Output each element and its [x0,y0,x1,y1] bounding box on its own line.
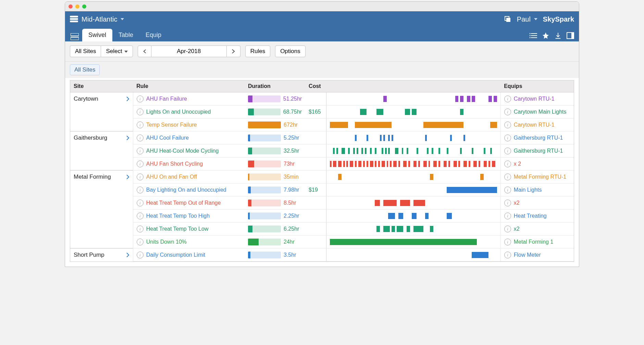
equip-cell[interactable]: i Flow Meter [504,252,570,258]
info-icon[interactable]: i [504,174,511,180]
duplicate-icon[interactable] [504,15,511,23]
info-icon[interactable]: i [137,187,144,193]
info-icon[interactable]: i [504,252,511,258]
download-icon[interactable] [554,32,562,39]
maximize-window-icon[interactable] [82,4,86,9]
site-cell[interactable]: Gaithersburg [74,135,129,141]
info-icon[interactable]: i [504,122,511,128]
col-header-duration[interactable]: Duration [245,80,305,92]
timeline[interactable] [330,147,497,155]
info-icon[interactable]: i [137,226,144,232]
timeline[interactable] [330,134,497,142]
equip-cell[interactable]: i Metal Forming 1 [504,239,570,245]
duration-text: 68.75hr [283,109,302,115]
info-icon[interactable]: i [504,213,511,219]
equip-cell[interactable]: i Gaithersburg RTU-1 [504,135,570,141]
info-icon[interactable]: i [137,174,144,180]
info-icon[interactable]: i [504,200,511,206]
rule-cell[interactable]: i Heat Treat Temp Out of Range [137,200,241,206]
timeline-segment [343,148,345,154]
info-icon[interactable]: i [504,226,511,232]
rule-cell[interactable]: i Daily Consumption Limit [137,252,241,258]
col-header-cost[interactable]: Cost [305,80,500,92]
minimize-window-icon[interactable] [75,4,79,9]
date-prev-button[interactable] [138,46,151,57]
equip-cell[interactable]: i x2 [504,226,570,232]
info-icon[interactable]: i [137,252,144,258]
timeline[interactable] [330,212,497,220]
info-icon[interactable]: i [137,122,144,128]
info-icon[interactable]: i [504,135,511,141]
select-button[interactable]: Select [101,46,133,57]
info-icon[interactable]: i [137,200,144,206]
equip-cell[interactable]: i Main Lights [504,187,570,193]
equip-cell[interactable]: i Heat Treating [504,213,570,219]
info-icon[interactable]: i [504,187,511,193]
close-window-icon[interactable] [69,4,73,9]
info-icon[interactable]: i [137,95,144,102]
info-icon[interactable]: i [504,95,511,102]
timeline[interactable] [330,251,497,259]
user-menu[interactable]: Paul [517,15,537,23]
site-cell[interactable]: Carytown [74,95,129,102]
info-icon[interactable]: i [137,161,144,167]
info-icon[interactable]: i [137,148,144,154]
rule-cell[interactable]: i AHU Heat-Cool Mode Cycling [137,148,241,154]
timeline[interactable] [330,186,497,194]
project-picker[interactable]: Mid-Atlantic [82,15,124,23]
timeline[interactable] [330,225,497,233]
equip-cell[interactable]: i Carytown RTU-1 [504,95,570,102]
equip-cell[interactable]: i Carytown RTU-1 [504,122,570,128]
rule-cell[interactable]: i Bay Lighting On and Unoccupied [137,187,241,193]
rule-cell[interactable]: i AHU Fan Short Cycling [137,161,241,167]
timeline[interactable] [330,95,497,103]
equip-cell[interactable]: i Gaithersburg RTU-1 [504,148,570,154]
app-header: Mid-Atlantic Paul SkySpark [65,11,579,27]
col-header-equips[interactable]: Equips [500,80,574,92]
table-header-row: Site Rule Duration Cost Equips [70,80,574,92]
site-cell[interactable]: Metal Forming [74,174,129,180]
equip-cell[interactable]: i Carytown Main Lights [504,108,570,115]
views-icon[interactable] [70,32,79,41]
equip-cell[interactable]: i x 2 [504,161,570,167]
tab-swivel[interactable]: Swivel [82,29,112,41]
tab-table[interactable]: Table [112,29,139,41]
rule-cell[interactable]: i Heat Treat Temp Too High [137,213,241,219]
equip-cell[interactable]: i Metal Forming RTU-1 [504,174,570,180]
rule-cell[interactable]: i Temp Sensor Failure [137,122,241,128]
rule-cell[interactable]: i AHU Fan Failure [137,95,241,102]
breadcrumb[interactable]: All Sites [70,64,100,75]
date-next-button[interactable] [227,46,240,57]
col-header-rule[interactable]: Rule [133,80,245,92]
rule-cell[interactable]: i AHU On and Fan Off [137,174,241,180]
timeline[interactable] [330,121,497,129]
col-header-site[interactable]: Site [70,80,133,92]
info-icon[interactable]: i [137,213,144,219]
rule-cell[interactable]: i Heat Treat Temp Too Low [137,226,241,232]
equip-cell[interactable]: i x2 [504,200,570,206]
scope-button[interactable]: All Sites [70,46,101,57]
rule-cell[interactable]: i Lights On and Unoccupied [137,108,241,115]
timeline[interactable] [330,108,497,116]
options-button[interactable]: Options [275,46,306,57]
rules-button[interactable]: Rules [245,46,270,57]
info-icon[interactable]: i [504,161,511,167]
rule-cell[interactable]: i AHU Cool Failure [137,135,241,141]
star-icon[interactable] [542,32,549,39]
site-cell[interactable]: Short Pump [74,252,129,258]
timeline[interactable] [330,160,497,168]
date-range-button[interactable]: Apr-2018 [151,46,227,57]
timeline[interactable] [330,238,497,246]
timeline[interactable] [330,173,497,181]
rule-cell[interactable]: i Units Down 10% [137,239,241,245]
timeline[interactable] [330,199,497,207]
info-icon[interactable]: i [137,239,144,245]
info-icon[interactable]: i [137,135,144,141]
tab-equip[interactable]: Equip [139,29,168,41]
info-icon[interactable]: i [504,148,511,154]
info-icon[interactable]: i [504,239,511,245]
panel-toggle-icon[interactable] [567,32,574,39]
info-icon[interactable]: i [504,108,511,115]
list-icon[interactable] [530,32,537,39]
info-icon[interactable]: i [137,108,144,115]
